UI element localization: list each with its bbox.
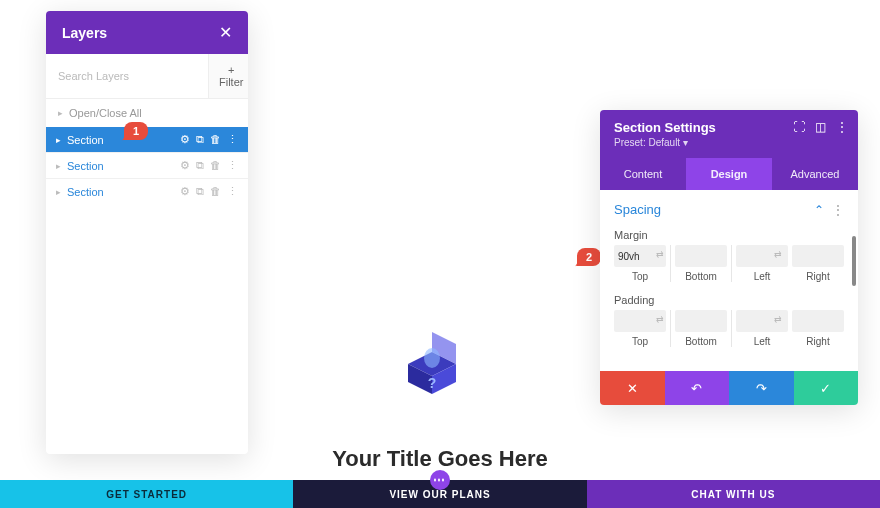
- margin-inputs: ⇄ Top Bottom ⇄ Left Right: [614, 245, 844, 282]
- svg-point-4: [424, 348, 440, 368]
- expand-icon[interactable]: ⛶: [793, 120, 805, 134]
- label-right: Right: [792, 271, 844, 282]
- link-icon[interactable]: ⇄: [774, 314, 782, 324]
- callout-2: 2: [577, 248, 601, 266]
- duplicate-icon[interactable]: ⧉: [196, 185, 204, 198]
- label-right: Right: [792, 336, 844, 347]
- section-settings-panel: Section Settings Preset: Default ▾ ⛶ ◫ ⋮…: [600, 110, 858, 405]
- scrollbar[interactable]: [852, 236, 856, 286]
- tab-design[interactable]: Design: [686, 158, 772, 190]
- view-plans-label: VIEW OUR PLANS: [389, 489, 490, 500]
- layers-panel: Layers ✕ + Filter ▸ Open/Close All ▸ Sec…: [46, 11, 248, 454]
- filter-button[interactable]: + Filter: [208, 54, 248, 98]
- layer-item-section[interactable]: ▸ Section ⚙ ⧉ 🗑 ⋮: [46, 178, 248, 204]
- more-icon[interactable]: ⋮: [832, 203, 844, 217]
- spacing-section-header[interactable]: Spacing ⌃ ⋮: [614, 202, 844, 217]
- more-icon[interactable]: ⋮: [227, 185, 238, 198]
- link-icon[interactable]: ⇄: [774, 249, 782, 259]
- padding-inputs: ⇄ Top Bottom ⇄ Left Right: [614, 310, 844, 347]
- margin-bottom-input[interactable]: [675, 245, 727, 267]
- svg-text:?: ?: [428, 375, 437, 391]
- settings-header-actions: ⛶ ◫ ⋮: [793, 120, 848, 134]
- chevron-right-icon: ▸: [56, 187, 61, 197]
- layer-label: Section: [67, 186, 180, 198]
- open-close-label: Open/Close All: [69, 107, 142, 119]
- spacing-title-label: Spacing: [614, 202, 661, 217]
- bottom-bar: GET STARTED VIEW OUR PLANS ⋯ CHAT WITH U…: [0, 480, 880, 508]
- layers-body: ▸ Open/Close All ▸ Section ⚙ ⧉ 🗑 ⋮ ▸ Sec…: [46, 99, 248, 454]
- more-bubble-icon[interactable]: ⋯: [430, 470, 450, 490]
- chat-button[interactable]: CHAT WITH US: [587, 480, 880, 508]
- gear-icon[interactable]: ⚙: [180, 185, 190, 198]
- layer-item-section[interactable]: ▸ Section ⚙ ⧉ 🗑 ⋮: [46, 152, 248, 178]
- page-title: Your Title Goes Here: [0, 446, 880, 472]
- preset-dropdown[interactable]: Preset: Default ▾: [614, 137, 844, 148]
- view-plans-button[interactable]: VIEW OUR PLANS ⋯: [293, 480, 586, 508]
- box-illustration: ?: [392, 328, 472, 400]
- chevron-up-icon[interactable]: ⌃: [814, 203, 824, 217]
- gear-icon[interactable]: ⚙: [180, 133, 190, 146]
- layer-label: Section: [67, 160, 180, 172]
- chevron-right-icon: ▸: [56, 161, 61, 171]
- layers-title: Layers: [62, 25, 107, 41]
- trash-icon[interactable]: 🗑: [210, 133, 221, 146]
- layer-actions: ⚙ ⧉ 🗑 ⋮: [180, 185, 238, 198]
- duplicate-icon[interactable]: ⧉: [196, 133, 204, 146]
- close-icon[interactable]: ✕: [219, 23, 232, 42]
- open-close-all[interactable]: ▸ Open/Close All: [46, 99, 248, 127]
- label-top: Top: [614, 336, 666, 347]
- layers-search-row: + Filter: [46, 54, 248, 99]
- layer-actions: ⚙ ⧉ 🗑 ⋮: [180, 133, 238, 146]
- padding-label: Padding: [614, 294, 844, 306]
- settings-actions: ✕ ↶ ↷ ✓: [600, 371, 858, 405]
- settings-body: Spacing ⌃ ⋮ Margin ⇄ Top Bottom ⇄ Left: [600, 190, 858, 355]
- chevron-right-icon: ▸: [58, 108, 63, 118]
- snap-icon[interactable]: ◫: [815, 120, 826, 134]
- trash-icon[interactable]: 🗑: [210, 159, 221, 172]
- layers-header: Layers ✕: [46, 11, 248, 54]
- settings-header: Section Settings Preset: Default ▾ ⛶ ◫ ⋮: [600, 110, 858, 158]
- tab-advanced[interactable]: Advanced: [772, 158, 858, 190]
- more-icon[interactable]: ⋮: [227, 159, 238, 172]
- duplicate-icon[interactable]: ⧉: [196, 159, 204, 172]
- cancel-button[interactable]: ✕: [600, 371, 665, 405]
- label-left: Left: [736, 271, 788, 282]
- redo-button[interactable]: ↷: [729, 371, 794, 405]
- more-icon[interactable]: ⋮: [227, 133, 238, 146]
- trash-icon[interactable]: 🗑: [210, 185, 221, 198]
- link-icon[interactable]: ⇄: [656, 249, 664, 259]
- tab-content[interactable]: Content: [600, 158, 686, 190]
- settings-tabs: Content Design Advanced: [600, 158, 858, 190]
- more-icon[interactable]: ⋮: [836, 120, 848, 134]
- callout-1: 1: [124, 122, 148, 140]
- label-top: Top: [614, 271, 666, 282]
- label-bottom: Bottom: [675, 336, 727, 347]
- link-icon[interactable]: ⇄: [656, 314, 664, 324]
- margin-right-input[interactable]: [792, 245, 844, 267]
- padding-right-input[interactable]: [792, 310, 844, 332]
- padding-bottom-input[interactable]: [675, 310, 727, 332]
- save-button[interactable]: ✓: [794, 371, 859, 405]
- chevron-right-icon: ▸: [56, 135, 61, 145]
- label-left: Left: [736, 336, 788, 347]
- search-input[interactable]: [46, 54, 208, 98]
- label-bottom: Bottom: [675, 271, 727, 282]
- gear-icon[interactable]: ⚙: [180, 159, 190, 172]
- get-started-button[interactable]: GET STARTED: [0, 480, 293, 508]
- margin-label: Margin: [614, 229, 844, 241]
- layer-actions: ⚙ ⧉ 🗑 ⋮: [180, 159, 238, 172]
- undo-button[interactable]: ↶: [665, 371, 730, 405]
